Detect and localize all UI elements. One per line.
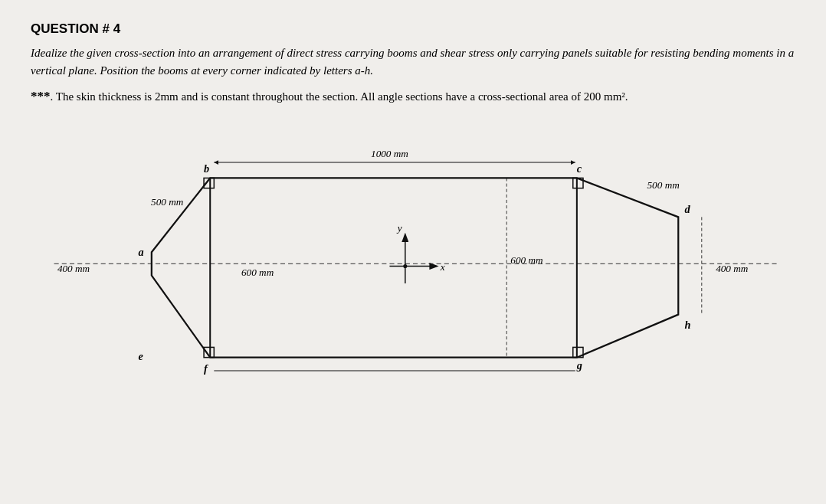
dim-top-width: 1000 mm: [371, 148, 408, 159]
dim-left-box-height: 600 mm: [241, 267, 274, 278]
y-axis-label: y: [396, 222, 402, 234]
note-body: . The skin thickness is 2mm and is const…: [51, 90, 628, 103]
point-f-label: f: [204, 362, 208, 375]
svg-marker-1: [152, 178, 678, 357]
dim-right-slant-top: 500 mm: [647, 179, 680, 191]
point-b-label: b: [204, 162, 209, 175]
diagram-area: 1000 mm 1000 mm 500 mm 500 mm 600 mm 400…: [31, 114, 795, 375]
point-e-label: e: [139, 350, 144, 362]
page: QUESTION # 4 Idealize the given cross-se…: [0, 0, 826, 504]
note-stars: ***: [31, 89, 51, 103]
svg-point-14: [403, 264, 407, 268]
point-c-label: c: [577, 162, 582, 175]
dim-left-height: 400 mm: [57, 262, 90, 273]
point-d-label: d: [684, 203, 690, 215]
dim-center-height: 600 mm: [510, 254, 542, 266]
dim-bottom-width: 1000 mm: [371, 374, 408, 375]
dim-left-slant-top: 500 mm: [151, 196, 183, 208]
point-h-label: h: [684, 319, 690, 331]
point-a-label: a: [139, 246, 144, 258]
dim-right-height: 400 mm: [716, 262, 748, 273]
question-title: QUESTION # 4: [31, 21, 795, 37]
paragraph1: Idealize the given cross-section into an…: [31, 44, 795, 80]
x-axis-label: x: [440, 260, 445, 272]
point-g-label: g: [576, 359, 582, 371]
paragraph2: ***. The skin thickness is 2mm and is co…: [31, 87, 795, 106]
cross-section-diagram: 1000 mm 1000 mm 500 mm 500 mm 600 mm 400…: [31, 114, 795, 375]
